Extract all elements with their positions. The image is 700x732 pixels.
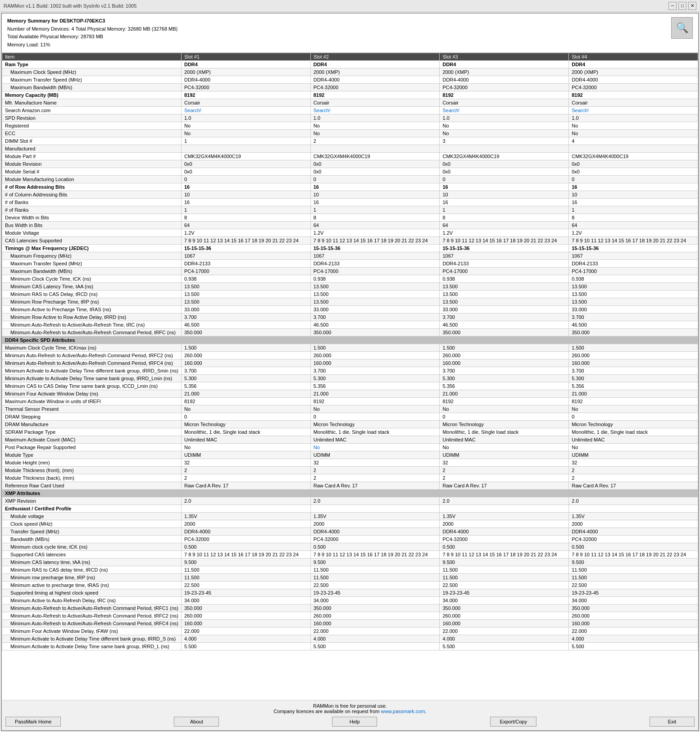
- row-label: Minimum CAS Latency Time, tAA (ns): [2, 283, 182, 291]
- about-button[interactable]: About: [174, 717, 219, 727]
- row-label: Reference Raw Card Used: [2, 482, 182, 490]
- row-value-slot4: [569, 505, 698, 513]
- table-row: Minimum row precharge time, tRP (ns)11.5…: [2, 574, 698, 582]
- table-row: Minimum Active to Precharge Time, tRAS (…: [2, 306, 698, 314]
- row-value-slot1: 0.938: [181, 275, 310, 283]
- row-label: Module Part #: [2, 153, 182, 160]
- footer-link[interactable]: www.passmark.com: [381, 709, 425, 714]
- search-link-slot3[interactable]: Search!: [442, 108, 459, 113]
- row-value-slot1: 350.000: [181, 605, 310, 612]
- row-value-slot3: Micron Technology: [440, 421, 569, 428]
- row-label: Enthusiast / Certified Profile: [2, 505, 182, 513]
- row-value-slot1: 350.000: [181, 329, 310, 336]
- row-label: Ram Type: [2, 61, 182, 68]
- table-row: Memory Capacity (MB)8192819281928192: [2, 91, 698, 99]
- row-value-slot4: 8192: [569, 91, 698, 99]
- row-value-slot2[interactable]: Search!: [310, 107, 440, 114]
- row-value-slot3: 0x0: [440, 168, 569, 176]
- row-label: Memory Capacity (MB): [2, 91, 182, 99]
- table-row: DRAM Stepping0000: [2, 413, 698, 421]
- minimize-button[interactable]: ─: [668, 2, 677, 10]
- row-value-slot2: 32: [310, 459, 440, 467]
- row-value-slot1: 13.500: [181, 283, 310, 291]
- table-header-row: Item Slot #1 Slot #2 Slot #3 Slot #4: [2, 53, 698, 61]
- col-slot1: Slot #1: [181, 53, 310, 61]
- row-value-slot3: 33.000: [440, 306, 569, 314]
- row-value-slot4[interactable]: Search!: [569, 107, 698, 114]
- close-button[interactable]: ✕: [688, 2, 696, 10]
- row-value-slot1: 0: [181, 176, 310, 183]
- row-value-slot4: DDR4: [569, 61, 698, 68]
- row-value-slot1: 22.000: [181, 627, 310, 635]
- table-row: Module Revision0x00x00x00x0: [2, 160, 698, 168]
- row-value-slot2: 8: [310, 214, 440, 222]
- row-value-slot4: PC4-32000: [569, 84, 698, 91]
- row-value-slot1: 0.500: [181, 543, 310, 551]
- row-value-slot4: 13.500: [569, 298, 698, 306]
- table-row: Minimum RAS to CAS Delay, tRCD (ns)13.50…: [2, 291, 698, 298]
- row-value-slot3: 8: [440, 214, 569, 222]
- row-value-slot2: PC4-32000: [310, 84, 440, 91]
- table-row: Minimum Activate to Activate Delay Time …: [2, 367, 698, 375]
- table-row: Minimum Four Activate Window Delay, tFAW…: [2, 627, 698, 635]
- row-value-slot1: 11.500: [181, 566, 310, 574]
- row-value-slot3[interactable]: Search!: [440, 107, 569, 114]
- table-row: Ram TypeDDR4DDR4DDR4DDR4: [2, 61, 698, 68]
- header-line4: Memory Load: 11%: [7, 41, 177, 49]
- row-value-slot2: 3.700: [310, 314, 440, 321]
- table-row: Thermal Sensor PresentNoNoNoNo: [2, 405, 698, 413]
- row-value-slot4: 0: [569, 176, 698, 183]
- row-value-slot2: 5.500: [310, 643, 440, 650]
- row-value-slot3: 0: [440, 176, 569, 183]
- export-copy-button[interactable]: Export/Copy: [490, 717, 536, 727]
- help-button[interactable]: Help: [332, 717, 377, 727]
- row-value-slot2: DDR4-4000: [310, 76, 440, 84]
- row-value-slot3: 1.2V: [440, 229, 569, 237]
- table-row: Minimum Auto-Refresh to Active/Auto-Refr…: [2, 321, 698, 329]
- data-scroll-area[interactable]: Item Slot #1 Slot #2 Slot #3 Slot #4 Ram…: [2, 53, 698, 700]
- row-value-slot4: 2.0: [569, 497, 698, 505]
- row-value-slot2: 2: [310, 467, 440, 474]
- table-row: # of Column Addressing Bits10101010: [2, 191, 698, 199]
- row-label: Maximum Clock Cycle Time, tCKmax (ns): [2, 344, 182, 352]
- row-value-slot4: 33.000: [569, 306, 698, 314]
- search-link-slot2[interactable]: Search!: [314, 108, 331, 113]
- row-label: Minimum Four Activate Window Delay (ns): [2, 390, 182, 398]
- row-value-slot1: 21.000: [181, 390, 310, 398]
- row-value-slot4: CMK32GX4M4K4000C19: [569, 153, 698, 160]
- search-link-slot4[interactable]: Search!: [572, 108, 589, 113]
- row-value-slot1: 11.500: [181, 574, 310, 582]
- row-label: Minimum Auto-Refresh to Active/Auto-Refr…: [2, 605, 182, 612]
- row-value-slot2: 16: [310, 183, 440, 191]
- row-label: # of Banks: [2, 199, 182, 206]
- row-value-slot1: 16: [181, 183, 310, 191]
- search-link-slot1[interactable]: Search!: [184, 108, 201, 113]
- footer-line2: Company licences are available on reques…: [273, 709, 381, 714]
- passmark-home-button[interactable]: PassMark Home: [5, 717, 61, 727]
- row-value-slot1[interactable]: Search!: [181, 107, 310, 114]
- row-label: Bus Width in Bits: [2, 222, 182, 229]
- row-value-slot3: No: [440, 405, 569, 413]
- row-value-slot4: UDIMM: [569, 451, 698, 459]
- row-label: Mfr. Manufacture Name: [2, 99, 182, 107]
- row-value-slot4: 3.700: [569, 314, 698, 321]
- row-value-slot4: DDR4-4000: [569, 528, 698, 536]
- row-value-slot1: 5.356: [181, 382, 310, 390]
- row-value-slot3: 0.938: [440, 275, 569, 283]
- row-value-slot2: [310, 145, 440, 153]
- row-value-slot1: 260.000: [181, 352, 310, 359]
- row-value-slot2: 2.0: [310, 497, 440, 505]
- row-label: SDRAM Package Type: [2, 428, 182, 436]
- maximize-button[interactable]: □: [678, 2, 686, 10]
- row-value-slot2: CMK32GX4M4K4000C19: [310, 153, 440, 160]
- row-value-slot2: 1: [310, 206, 440, 214]
- row-label: Minimum Active to Precharge Time, tRAS (…: [2, 306, 182, 314]
- ppr-link[interactable]: No: [314, 445, 320, 450]
- row-label: Module Voltage: [2, 229, 182, 237]
- row-value-slot2: Unlimited MAC: [310, 436, 440, 444]
- table-row: ECCNoNoNoNo: [2, 130, 698, 137]
- table-row: Module Manufacturing Location0000: [2, 176, 698, 183]
- row-label: Module Revision: [2, 160, 182, 168]
- exit-button[interactable]: Exit: [650, 717, 695, 727]
- row-label: Minimum Auto-Refresh to Active/Auto-Refr…: [2, 359, 182, 367]
